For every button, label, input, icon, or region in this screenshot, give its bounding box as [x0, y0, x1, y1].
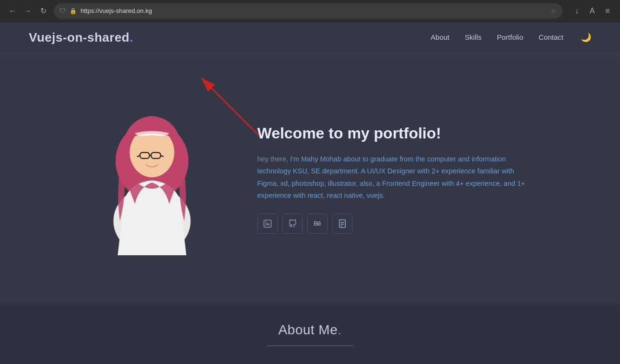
nav-item-darkmode[interactable]: 🌙	[579, 32, 591, 43]
nav-link-about[interactable]: About	[431, 33, 449, 41]
about-section: About Me.	[0, 303, 620, 361]
behance-icon: Bē	[314, 220, 321, 227]
nav-item-contact[interactable]: Contact	[538, 33, 563, 42]
about-title-text: About Me	[278, 322, 338, 337]
dark-mode-button[interactable]: 🌙	[581, 32, 591, 43]
behance-button[interactable]: Bē	[307, 214, 328, 234]
nav-menu: About Skills Portfolio Contact 🌙	[431, 32, 591, 43]
navbar: Vuejs-on-shared. About Skills Portfolio …	[0, 22, 620, 53]
refresh-button[interactable]: ↻	[36, 4, 50, 18]
browser-action-buttons: ↓ A ≡	[570, 4, 614, 18]
address-bar[interactable]: 🛡 🔒 https://vuejs-shared.on.kg ☆	[54, 3, 562, 19]
nav-item-about[interactable]: About	[431, 33, 449, 42]
browser-nav-buttons: ← → ↻	[6, 4, 50, 18]
lock-icon: 🔒	[70, 8, 77, 14]
menu-button[interactable]: ≡	[601, 4, 614, 18]
brand-text: Vuejs-on-shared	[29, 30, 129, 45]
back-button[interactable]: ←	[6, 4, 19, 18]
brand-dot: .	[129, 30, 133, 45]
hero-text: Welcome to my portfolio! hey there, I'm …	[257, 124, 526, 233]
hero-desc-plain: hey there,	[257, 155, 291, 163]
hero-content: Welcome to my portfolio! hey there, I'm …	[47, 92, 574, 265]
site-wrapper: Vuejs-on-shared. About Skills Portfolio …	[0, 22, 620, 361]
browser-chrome: ← → ↻ 🛡 🔒 https://vuejs-shared.on.kg ☆ ↓…	[0, 0, 620, 22]
resume-button[interactable]	[332, 214, 352, 234]
forward-button[interactable]: →	[21, 4, 35, 18]
download-button[interactable]: ↓	[570, 4, 584, 18]
hero-section: Welcome to my portfolio! hey there, I'm …	[0, 54, 620, 303]
site-logo[interactable]: Vuejs-on-shared.	[29, 30, 133, 45]
linkedin-icon	[263, 219, 272, 228]
github-icon	[288, 219, 297, 228]
about-title: About Me.	[29, 322, 591, 338]
about-divider	[267, 345, 353, 346]
shield-icon: 🛡	[59, 7, 66, 14]
nav-item-portfolio[interactable]: Portfolio	[497, 33, 523, 42]
translate-button[interactable]: A	[585, 4, 599, 18]
linkedin-button[interactable]	[257, 214, 278, 234]
resume-icon	[339, 219, 346, 228]
github-button[interactable]	[282, 214, 303, 234]
hero-title: Welcome to my portfolio!	[257, 124, 526, 144]
hero-description: hey there, I'm Mahy Mohab about to gradu…	[257, 153, 526, 202]
nav-link-skills[interactable]: Skills	[465, 33, 481, 41]
nav-link-contact[interactable]: Contact	[538, 33, 563, 41]
nav-item-skills[interactable]: Skills	[465, 33, 481, 42]
nav-link-portfolio[interactable]: Portfolio	[497, 33, 523, 41]
person-illustration	[94, 92, 210, 255]
bookmark-icon[interactable]: ☆	[550, 7, 557, 15]
social-buttons: Bē	[257, 214, 526, 234]
hero-image	[94, 92, 219, 265]
url-text: https://vuejs-shared.on.kg	[81, 7, 547, 14]
about-title-dot: .	[338, 322, 341, 337]
hero-desc-highlight: I'm Mahy Mohab about to graduate from th…	[257, 155, 526, 199]
